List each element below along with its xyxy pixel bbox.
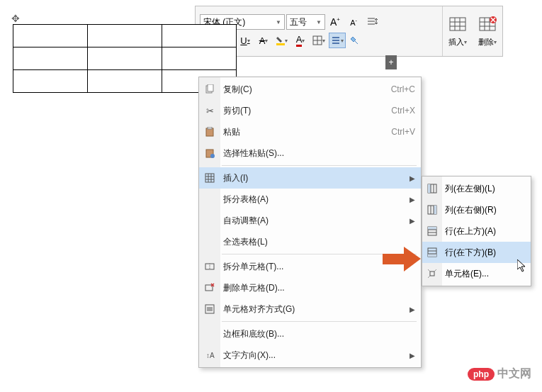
copy-icon <box>203 83 216 96</box>
chevron-down-icon: ▾ <box>464 39 467 45</box>
submenu-arrow-icon: ▶ <box>410 174 415 182</box>
submenu-arrow-icon: ▶ <box>410 306 415 313</box>
cell-icon <box>426 267 439 280</box>
delete-button-label: 删除 <box>478 37 494 47</box>
chevron-down-icon: ▾ <box>341 38 344 44</box>
submenu-cell[interactable]: 单元格(E)... <box>422 263 531 284</box>
row-above-icon <box>426 225 439 237</box>
submenu-col-left[interactable]: 列(在左侧)(L) <box>422 178 531 199</box>
insert-button-label: 插入 <box>448 37 464 47</box>
decrease-font-button[interactable]: A- <box>345 14 362 30</box>
svg-rect-57 <box>430 271 434 276</box>
split-cells-icon <box>203 260 216 273</box>
insert-submenu: 列(在左侧)(L) 列(在右侧)(R) 行(在上方)(A) 行(在下方)(B) … <box>422 176 531 286</box>
mouse-cursor-icon <box>517 259 529 276</box>
insert-icon <box>203 172 216 184</box>
submenu-arrow-icon: ▶ <box>410 217 415 225</box>
font-size-value: 五号 <box>290 16 307 28</box>
align-button[interactable]: ▾ <box>329 33 346 48</box>
insert-button[interactable]: 插入▾ <box>443 6 473 56</box>
row-below-icon <box>426 246 439 259</box>
table-move-handle-icon[interactable]: ✥ <box>11 13 23 24</box>
menu-delete-cells[interactable]: 删除单元格(D)... <box>199 277 421 298</box>
watermark-text: 中文网 <box>497 366 531 381</box>
grid-icon <box>312 35 322 45</box>
svg-rect-54 <box>428 254 436 257</box>
chevron-down-icon: ▾ <box>265 38 268 44</box>
watermark-badge: php <box>468 368 495 381</box>
svg-point-25 <box>210 154 215 158</box>
increase-font-button[interactable]: A+ <box>327 14 344 30</box>
delete-table-icon <box>478 16 497 35</box>
insert-table-icon <box>448 16 468 35</box>
table-row <box>13 47 237 70</box>
add-column-handle[interactable]: + <box>385 55 397 69</box>
table-row <box>13 25 237 47</box>
paste-icon <box>203 125 216 138</box>
menu-copy[interactable]: 复制(C) Ctrl+C <box>199 79 421 100</box>
line-spacing-icon <box>366 16 378 28</box>
svg-rect-0 <box>276 43 285 45</box>
chevron-down-icon: ▾ <box>247 38 250 44</box>
col-left-icon <box>426 182 439 195</box>
submenu-row-above[interactable]: 行(在上方)(A) <box>422 220 531 242</box>
text-direction-icon: ↕A <box>203 349 216 362</box>
svg-rect-7 <box>450 18 465 30</box>
font-color-button[interactable]: A ▾ <box>292 33 309 48</box>
svg-line-59 <box>434 269 436 271</box>
menu-autofit[interactable]: 自动调整(A) ▶ <box>199 210 421 231</box>
paste-special-icon <box>203 147 216 159</box>
svg-rect-23 <box>208 127 212 129</box>
svg-text:↕A: ↕A <box>206 352 215 359</box>
chevron-down-icon: ▾ <box>302 38 305 44</box>
svg-marker-62 <box>517 259 525 271</box>
menu-separator <box>222 165 417 166</box>
table-border-button[interactable]: ▾ <box>310 33 327 48</box>
brush-icon <box>351 35 361 45</box>
menu-separator <box>222 321 417 322</box>
svg-rect-22 <box>206 128 213 136</box>
chevron-down-icon: ▾ <box>494 39 497 45</box>
line-spacing-button[interactable] <box>363 14 380 30</box>
menu-text-direction[interactable]: ↕A 文字方向(X)... ▶ <box>199 345 421 366</box>
svg-rect-26 <box>205 174 214 182</box>
menu-split-table[interactable]: 拆分表格(A) ▶ <box>199 189 421 210</box>
menu-paste[interactable]: 粘贴 Ctrl+V <box>199 121 421 142</box>
svg-rect-50 <box>428 227 436 230</box>
col-right-icon <box>426 203 439 216</box>
format-painter-button[interactable] <box>347 33 364 48</box>
submenu-arrow-icon: ▶ <box>410 352 415 359</box>
submenu-row-below[interactable]: 行(在下方)(B) <box>422 242 531 263</box>
delete-cells-icon <box>203 281 216 294</box>
underline-button[interactable]: U▾ <box>237 33 254 48</box>
highlight-icon <box>276 35 285 45</box>
svg-rect-42 <box>428 184 431 193</box>
watermark: php 中文网 <box>468 366 531 381</box>
svg-marker-61 <box>383 247 421 271</box>
callout-arrow-icon <box>383 247 422 271</box>
svg-rect-21 <box>208 84 213 91</box>
highlight-button[interactable]: ▾ <box>273 33 290 48</box>
cut-icon: ✂ <box>203 104 216 117</box>
svg-rect-46 <box>434 206 436 214</box>
svg-line-60 <box>428 276 430 278</box>
chevron-down-icon: ▼ <box>316 19 322 26</box>
delete-button[interactable]: 删除▾ <box>473 6 502 56</box>
font-size-select[interactable]: 五号 ▼ <box>286 14 325 30</box>
submenu-arrow-icon: ▶ <box>410 196 415 203</box>
align-icon <box>331 35 341 45</box>
menu-cell-align[interactable]: 单元格对齐方式(G) ▶ <box>199 298 421 320</box>
submenu-col-right[interactable]: 列(在右侧)(R) <box>422 199 531 220</box>
svg-line-58 <box>428 269 430 271</box>
menu-cut[interactable]: ✂ 剪切(T) Ctrl+X <box>199 100 421 121</box>
menu-borders[interactable]: 边框和底纹(B)... <box>199 323 421 345</box>
mini-toolbar: 宋体 (正文) ▼ 五号 ▼ A+ A- B I U▾ A▾ ▾ A <box>195 6 503 57</box>
menu-insert[interactable]: 插入(I) ▶ <box>199 167 421 189</box>
context-menu: 复制(C) Ctrl+C ✂ 剪切(T) Ctrl+X 粘贴 Ctrl+V 选择… <box>198 77 422 368</box>
chevron-down-icon: ▼ <box>276 19 281 26</box>
menu-paste-special[interactable]: 选择性粘贴(S)... <box>199 142 421 164</box>
chevron-down-icon: ▾ <box>322 38 325 44</box>
chevron-down-icon: ▾ <box>285 38 288 44</box>
strikethrough-button[interactable]: A▾ <box>255 33 272 48</box>
cell-align-icon <box>203 303 216 315</box>
